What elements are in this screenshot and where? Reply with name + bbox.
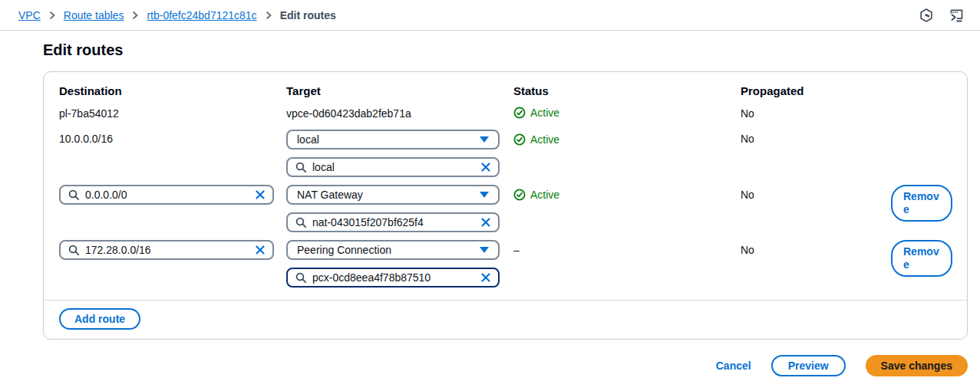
status-badge: Active xyxy=(513,185,741,201)
destination-search-input[interactable] xyxy=(85,244,249,256)
breadcrumb-link-route-tables[interactable]: Route tables xyxy=(64,9,124,21)
target-search-input[interactable] xyxy=(312,216,475,228)
destination-search-box xyxy=(59,240,274,260)
chevron-right-icon xyxy=(48,11,56,20)
remove-route-button[interactable]: Remove xyxy=(891,240,952,277)
breadcrumb-current: Edit routes xyxy=(280,9,336,21)
search-icon xyxy=(295,162,307,173)
propagated-value: No xyxy=(741,185,891,201)
remove-route-button[interactable]: Remove xyxy=(891,185,952,222)
column-header-target: Target xyxy=(286,84,513,97)
page-title: Edit routes xyxy=(43,41,980,59)
clear-icon[interactable] xyxy=(480,162,491,172)
search-icon xyxy=(68,189,80,201)
preview-button[interactable]: Preview xyxy=(771,355,846,376)
propagated-value: No xyxy=(741,107,891,120)
target-search-input[interactable] xyxy=(312,271,475,284)
breadcrumb-link-route-table-id[interactable]: rtb-0fefc24bd7121c81c xyxy=(147,9,256,21)
chevron-right-icon xyxy=(131,11,139,20)
target-type-select[interactable]: Peering Connection xyxy=(286,240,500,260)
target-search-box xyxy=(286,212,500,232)
propagated-value: No xyxy=(741,240,891,256)
add-route-button[interactable]: Add route xyxy=(59,308,140,330)
hexagon-clock-icon[interactable] xyxy=(919,8,934,23)
save-changes-button[interactable]: Save changes xyxy=(866,355,968,376)
cancel-button[interactable]: Cancel xyxy=(716,360,751,372)
search-icon xyxy=(68,245,80,256)
clear-icon[interactable] xyxy=(255,189,266,200)
target-type-selected: NAT Gateway xyxy=(297,189,363,201)
search-icon xyxy=(295,272,307,284)
chevron-down-icon xyxy=(480,247,489,253)
table-row: 10.0.0.0/16 local xyxy=(59,130,952,177)
search-icon xyxy=(295,217,307,228)
target-search-box-focused xyxy=(286,268,500,288)
target-type-selected: Peering Connection xyxy=(297,244,391,256)
chevron-right-icon xyxy=(265,11,272,20)
form-actions: Cancel Preview Save changes xyxy=(43,355,968,376)
status-label: Active xyxy=(530,133,559,146)
target-value: vpce-0d60423dab2feb71a xyxy=(286,107,513,120)
status-active-icon xyxy=(513,107,526,119)
target-search-box xyxy=(286,157,500,177)
clear-icon[interactable] xyxy=(480,217,491,228)
destination-search-input[interactable] xyxy=(85,189,249,201)
table-row: NAT Gateway xyxy=(59,185,952,232)
target-type-select[interactable]: NAT Gateway xyxy=(286,185,500,205)
cloudshell-terminal-icon[interactable] xyxy=(948,8,965,23)
status-value: – xyxy=(513,240,741,256)
topbar: VPC Route tables rtb-0fefc24bd7121c81c E… xyxy=(0,0,980,31)
column-header-propagated: Propagated xyxy=(741,84,891,97)
column-header-destination: Destination xyxy=(59,84,286,97)
status-badge: Active xyxy=(513,130,741,146)
clear-icon[interactable] xyxy=(480,272,491,283)
chevron-down-icon xyxy=(480,136,489,143)
target-search-input[interactable] xyxy=(312,161,475,173)
table-row: pl-7ba54012 vpce-0d60423dab2feb71a Activ… xyxy=(59,107,952,120)
status-label: Active xyxy=(530,107,559,119)
status-active-icon xyxy=(513,189,526,201)
propagated-value: No xyxy=(741,130,891,145)
clear-icon[interactable] xyxy=(255,245,266,255)
breadcrumb: VPC Route tables rtb-0fefc24bd7121c81c E… xyxy=(18,9,336,21)
destination-value: 10.0.0.0/16 xyxy=(59,130,286,145)
column-header-status: Status xyxy=(513,84,741,97)
breadcrumb-link-vpc[interactable]: VPC xyxy=(18,9,41,21)
destination-search-box xyxy=(59,185,274,205)
status-label: Active xyxy=(530,189,559,201)
chevron-down-icon xyxy=(480,192,489,198)
target-type-selected: local xyxy=(297,133,319,146)
status-badge: Active xyxy=(513,107,741,119)
table-row: Peering Connection xyxy=(59,240,952,288)
target-type-select[interactable]: local xyxy=(286,130,500,150)
table-header-row: Destination Target Status Propagated xyxy=(59,84,952,97)
status-active-icon xyxy=(513,133,526,146)
edit-routes-panel: Destination Target Status Propagated pl-… xyxy=(43,71,968,340)
destination-value: pl-7ba54012 xyxy=(59,107,286,120)
